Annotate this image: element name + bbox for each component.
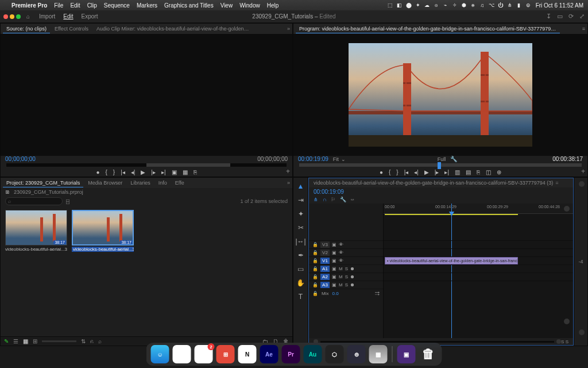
panel-menu-icon[interactable]: » (287, 26, 290, 32)
track-header-v1[interactable]: 🔒V1▣👁 (309, 256, 383, 264)
workspace-icon[interactable]: ▭ (557, 13, 563, 20)
auto-seq-icon[interactable]: ⎌ (90, 338, 94, 344)
app-name[interactable]: Premiere Pro (11, 2, 47, 9)
tab-edit[interactable]: Edit (63, 13, 73, 20)
comparison-icon[interactable]: ◫ (486, 169, 491, 175)
play-icon[interactable]: ▶ (424, 169, 429, 175)
menu-view[interactable]: View (220, 2, 233, 9)
home-icon[interactable]: ⌂ (26, 13, 33, 20)
control-center-icon[interactable]: ⊚ (525, 2, 531, 8)
dock-figma[interactable]: ⬡ (326, 345, 344, 363)
resolution-full[interactable]: Full (438, 156, 446, 162)
tab-source[interactable]: Source: (no clips) (3, 25, 50, 33)
dock-trash[interactable]: 🗑 (419, 345, 438, 363)
menu-window[interactable]: Window (239, 2, 260, 9)
tab-effects[interactable]: Effe (172, 179, 188, 187)
timeline-tracks[interactable]: 00:00 00:00:14:29 00:00:29:29 00:00:44:2… (384, 204, 573, 338)
settings-icon[interactable]: 🔧 (450, 156, 457, 162)
program-tc-in[interactable]: 00:00:19:09 (298, 156, 328, 162)
tray-icon[interactable]: ✧ (452, 2, 458, 8)
export-frame-icon[interactable]: ⎘ (477, 169, 480, 175)
goto-in-icon[interactable]: |◂ (404, 169, 409, 175)
source-view[interactable] (1, 34, 292, 156)
play-icon[interactable]: ▶ (141, 169, 145, 175)
add-panel-icon[interactable]: + (286, 167, 290, 175)
out-icon[interactable]: } (396, 169, 398, 175)
meter-handle[interactable] (579, 181, 585, 187)
program-scrubber[interactable] (299, 163, 582, 167)
filter-icon[interactable]: ⌸ (66, 198, 69, 205)
seq-tab[interactable]: videoblocks-beautiful-aerial-view-of-the… (314, 180, 553, 186)
settings-icon[interactable]: 🔧 (340, 197, 346, 202)
menu-help[interactable]: Help (267, 2, 279, 9)
tray-icon[interactable]: ⌁ (443, 2, 448, 8)
menu-graphics[interactable]: Graphics and Titles (164, 2, 214, 9)
ripple-tool-icon[interactable]: ✦ (298, 210, 304, 218)
tab-libraries[interactable]: Libraries (127, 179, 154, 187)
program-view[interactable] (293, 34, 587, 156)
in-icon[interactable]: { (389, 169, 390, 175)
tray-icon[interactable]: ⬚ (388, 2, 393, 8)
panel-menu-icon[interactable]: » (287, 180, 290, 186)
hand-tool-icon[interactable]: ✋ (296, 279, 305, 287)
menu-file[interactable]: File (54, 2, 63, 9)
scroll-handle[interactable] (564, 206, 570, 212)
battery-icon[interactable]: ▮ (516, 2, 522, 8)
track-header-v2[interactable]: 🔒V2▣👁 (309, 248, 383, 256)
menu-clip[interactable]: Clip (87, 2, 97, 9)
tab-export[interactable]: Export (82, 13, 98, 20)
goto-in-icon[interactable]: |◂ (121, 169, 125, 175)
rect-tool-icon[interactable]: ▭ (297, 265, 304, 273)
dock-finder[interactable]: ☺ (151, 345, 169, 363)
solo-buttons[interactable]: S S (561, 339, 568, 344)
add-marker-icon[interactable]: ● (96, 169, 99, 175)
source-tc-in[interactable]: 00;00;00;00 (5, 156, 36, 162)
thumb-size-slider[interactable] (42, 340, 76, 342)
dock-launchpad[interactable]: ▦ (369, 345, 388, 363)
tab-import[interactable]: Import (39, 13, 55, 20)
list-view-icon[interactable]: ☰ (13, 338, 18, 344)
tab-media-browser[interactable]: Media Browser (84, 179, 126, 187)
sort-icon[interactable]: ⇅ (81, 338, 86, 344)
selection-tool-icon[interactable]: ▲ (297, 182, 304, 190)
step-fwd-icon[interactable]: |▸ (151, 169, 156, 175)
razor-tool-icon[interactable]: ✂ (298, 224, 304, 232)
dock-app[interactable]: ⊚ (347, 345, 366, 363)
type-tool-icon[interactable]: T (299, 293, 303, 301)
button-editor-icon[interactable]: ⊕ (497, 169, 501, 175)
tray-icon[interactable]: ⬤ (406, 2, 412, 8)
dock-aftereffects[interactable]: Ae (260, 345, 278, 363)
track-header-a3[interactable]: 🔒A3▣MS⏺ (309, 281, 383, 289)
fullscreen-icon[interactable]: ⤢ (579, 13, 585, 20)
tab-effect-controls[interactable]: Effect Controls (51, 25, 92, 33)
wifi-icon[interactable]: ⋔ (507, 2, 513, 8)
extract-icon[interactable]: ▤ (466, 169, 471, 175)
icon-view-icon[interactable]: ▦ (23, 338, 28, 344)
project-search[interactable]: ⌕ (5, 197, 63, 205)
freeform-icon[interactable]: ⊞ (33, 338, 37, 344)
project-bins[interactable]: 38:17 videoblocks-beautiful-aerial...38:… (1, 206, 292, 336)
tray-icon[interactable]: ⏻ (498, 2, 504, 8)
linked-icon[interactable]: ∩ (323, 197, 326, 202)
rw-toggle-icon[interactable]: ✎ (4, 338, 9, 344)
zoom-handle[interactable] (556, 339, 561, 344)
export-frame-icon[interactable]: ⎘ (194, 169, 197, 175)
dock-premiere[interactable]: Pr (282, 345, 300, 363)
panel-menu-icon[interactable]: ≡ (582, 26, 585, 32)
tab-program[interactable]: Program: videoblocks-beautiful-aerial-vi… (296, 25, 560, 33)
window-controls[interactable] (3, 14, 21, 19)
tray-icon[interactable]: ☁ (424, 2, 430, 8)
dock-chrome[interactable]: ◉ (173, 345, 191, 363)
track-header-a2[interactable]: 🔒A2▣MS⏺ (309, 273, 383, 281)
tray-icon[interactable]: ✦ (415, 2, 421, 8)
goto-out-icon[interactable]: ▸| (444, 169, 449, 175)
tray-icon[interactable]: ◧ (397, 2, 403, 8)
pen-tool-icon[interactable]: ✒ (298, 251, 304, 259)
add-marker-icon[interactable]: ● (380, 169, 383, 175)
clip[interactable]: ▪videoblocks-beautiful-aerial-view-of-th… (385, 257, 518, 264)
menu-sequence[interactable]: Sequence (104, 2, 130, 9)
scroll-handle[interactable] (564, 319, 570, 324)
slip-tool-icon[interactable]: |↔| (295, 237, 305, 246)
tray-icon[interactable]: ♫ (479, 2, 485, 8)
bin-item[interactable]: 38:17 videoblocks-beautiful-aerial...38:… (5, 210, 67, 252)
